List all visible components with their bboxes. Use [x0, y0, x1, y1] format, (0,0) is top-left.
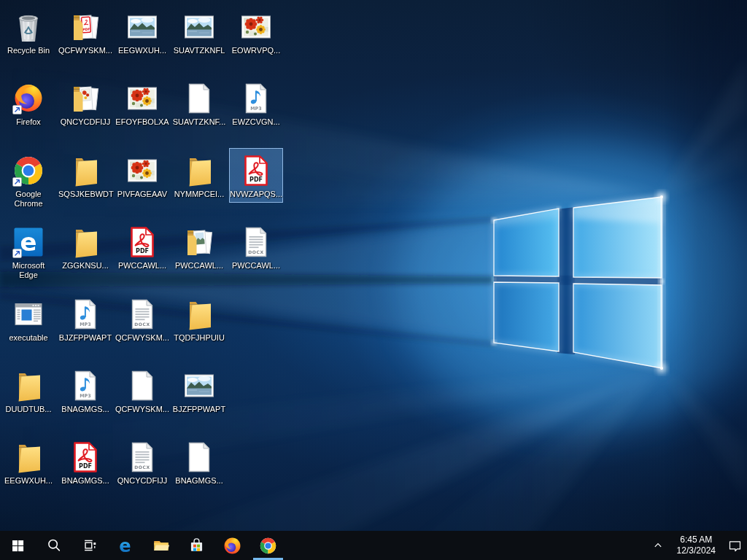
desktop-icon-suavtzknfl[interactable]: SUAVTZKNFL [172, 4, 226, 59]
desktop-icon-label: NYMMPCEI... [174, 190, 224, 199]
desktop-icon-label: BNAGMGS... [61, 476, 109, 486]
taskbar-start-button[interactable] [0, 531, 36, 560]
desktop-icon-pwccawl[interactable]: PWCCAWL... [172, 219, 226, 274]
desktop-icon-qcfwyskm[interactable]: DOCXQCFWYSKM... [115, 292, 169, 346]
taskbar-search-button[interactable] [36, 531, 71, 560]
desktop-icon-pivfageaav[interactable]: PIVFAGEAAV [115, 148, 169, 203]
taskbar-edge-button[interactable]: e [107, 531, 143, 560]
folder-icon [68, 153, 103, 188]
folder-image-landscape-icon [182, 225, 217, 260]
svg-text:PDF: PDF [82, 27, 90, 31]
docx-icon: DOCX [239, 225, 274, 260]
svg-text:DOCX: DOCX [248, 249, 264, 254]
svg-text:e: e [20, 228, 36, 257]
mp3-icon: MP3 [68, 368, 103, 403]
desktop-icon-nvwzapqs[interactable]: PDFNVWZAPQS... [229, 148, 283, 203]
desktop-icon-tqdfjhpuiu[interactable]: TQDFJHPUIU [172, 292, 226, 346]
image-flowers-icon [239, 9, 274, 44]
folder-icon [11, 368, 46, 403]
firefox-icon [11, 81, 46, 116]
desktop-icon-google-chrome[interactable]: Google Chrome [1, 148, 55, 212]
taskbar: e 6:45 AM 12/3/2024 [0, 531, 747, 560]
svg-text:PDF: PDF [249, 176, 263, 183]
taskbar-firefox-button[interactable] [214, 531, 250, 560]
taskbar-file-explorer-button[interactable] [143, 531, 179, 560]
desktop-icon-bnagmgs[interactable]: MP3BNAGMGS... [58, 363, 112, 418]
desktop-icon-ewzcvgn[interactable]: MP3EWZCVGN... [229, 76, 283, 131]
recycle-bin-icon [11, 9, 46, 44]
pdf-icon: PDF [125, 225, 160, 260]
file-explorer-icon [152, 536, 171, 555]
svg-text:MP3: MP3 [250, 106, 262, 112]
desktop-icon-bjzfppwapt[interactable]: BJZFPPWAPT [172, 363, 226, 418]
mp3-icon: MP3 [68, 297, 103, 332]
taskbar-task-view-button[interactable] [71, 531, 107, 560]
desktop-icon-label: EFOYFBOLXA [115, 117, 169, 127]
desktop-icon-label: Google Chrome [2, 190, 55, 209]
desktop-icon-eegwxuh[interactable]: EEGWXUH... [1, 435, 55, 489]
taskbar-chrome-button[interactable] [250, 531, 286, 560]
desktop-icon-bnagmgs[interactable]: BNAGMGS... [172, 435, 226, 489]
docx-icon: DOCX [125, 440, 160, 475]
desktop-icon-recycle-bin[interactable]: Recycle Bin [1, 4, 55, 59]
image-flowers-icon [125, 81, 160, 116]
desktop-icon-label: EEGWXUH... [118, 46, 166, 55]
desktop-icon-qcfwyskm[interactable]: PDFQCFWYSKM... [58, 4, 112, 59]
pdf-icon: PDF [239, 153, 274, 188]
desktop-icon-qcfwyskm[interactable]: QCFWYSKM... [115, 363, 169, 418]
desktop-icon-label: ZGGKNSU... [62, 261, 109, 271]
desktop-icon-label: BJZFPPWAPT [173, 405, 225, 414]
desktop-icon-duudtub[interactable]: DUUDTUB... [1, 363, 55, 418]
doc-blank-icon [125, 368, 160, 403]
desktop-icon-pwccawl[interactable]: PDFPWCCAWL... [115, 219, 169, 274]
desktop-icon-qncycdfijj[interactable]: QNCYCDFIJJ [58, 76, 112, 131]
doc-blank-icon [182, 440, 217, 475]
desktop-icon-bnagmgs[interactable]: PDFBNAGMGS... [58, 435, 112, 489]
search-icon [46, 537, 62, 553]
desktop-icon-executable[interactable]: executable [1, 292, 55, 346]
desktop-icon-label: EEGWXUH... [4, 476, 53, 486]
executable-icon [11, 297, 46, 332]
clock-date: 12/3/2024 [677, 545, 716, 556]
desktop-icon-microsoft-edge[interactable]: eMicrosoft Edge [1, 219, 55, 284]
pdf-icon: PDF [68, 440, 103, 475]
desktop-icon-sqsjkebwdt[interactable]: SQSJKEBWDT [58, 148, 112, 203]
task-view-icon [82, 537, 98, 553]
docx-icon: DOCX [125, 297, 160, 332]
desktop-icon-suavtzknf[interactable]: SUAVTZKNF... [172, 76, 226, 131]
desktop-icon-label: QCFWYSKM... [115, 405, 169, 414]
folder-icon [68, 225, 103, 260]
desktop-icon-label: PWCCAWL... [118, 261, 166, 271]
taskbar-store-button[interactable] [179, 531, 214, 560]
desktop-icon-label: QNCYCDFIJJ [61, 117, 110, 127]
desktop-icon-zggknsu[interactable]: ZGGKNSU... [58, 219, 112, 274]
desktop-icon-firefox[interactable]: Firefox [1, 76, 55, 131]
folder-image-flowers-icon [68, 81, 103, 116]
svg-text:MP3: MP3 [80, 393, 91, 399]
desktop-icon-bjzfppwapt[interactable]: MP3BJZFPPWAPT [58, 292, 112, 346]
image-landscape-icon [182, 9, 217, 44]
desktop-icon-eegwxuh[interactable]: EEGWXUH... [115, 4, 169, 59]
image-flowers-icon [125, 153, 160, 188]
doc-blank-icon [182, 81, 217, 116]
image-landscape-icon [125, 9, 160, 44]
taskbar-clock[interactable]: 6:45 AM 12/3/2024 [670, 534, 722, 556]
desktop-icon-label: QCFWYSKM... [115, 333, 169, 343]
desktop-icon-qncycdfijj[interactable]: DOCXQNCYCDFIJJ [115, 435, 169, 489]
desktop-icon-label: QNCYCDFIJJ [117, 476, 167, 486]
desktop-icon-label: PWCCAWL... [175, 261, 223, 271]
desktop-icon-label: PWCCAWL... [232, 261, 280, 271]
system-tray: 6:45 AM 12/3/2024 [646, 531, 747, 560]
firefox-icon [222, 536, 242, 556]
clock-time: 6:45 AM [677, 534, 716, 545]
action-center-button[interactable] [722, 531, 747, 560]
desktop-icon-efoyfbolxa[interactable]: EFOYFBOLXA [115, 76, 169, 131]
desktop-icon-label: Microsoft Edge [2, 261, 55, 280]
desktop-icon-nymmpcei[interactable]: NYMMPCEI... [172, 148, 226, 203]
desktop-icon-eowrvpq[interactable]: EOWRVPQ... [229, 4, 283, 59]
tray-chevron-button[interactable] [646, 531, 670, 560]
desktop-icons: Recycle BinPDFQCFWYSKM...EEGWXUH...SUAVT… [0, 0, 747, 531]
desktop-icon-pwccawl[interactable]: DOCXPWCCAWL... [229, 219, 283, 274]
folder-icon [182, 297, 217, 332]
desktop-icon-label: SUAVTZKNF... [173, 117, 226, 127]
